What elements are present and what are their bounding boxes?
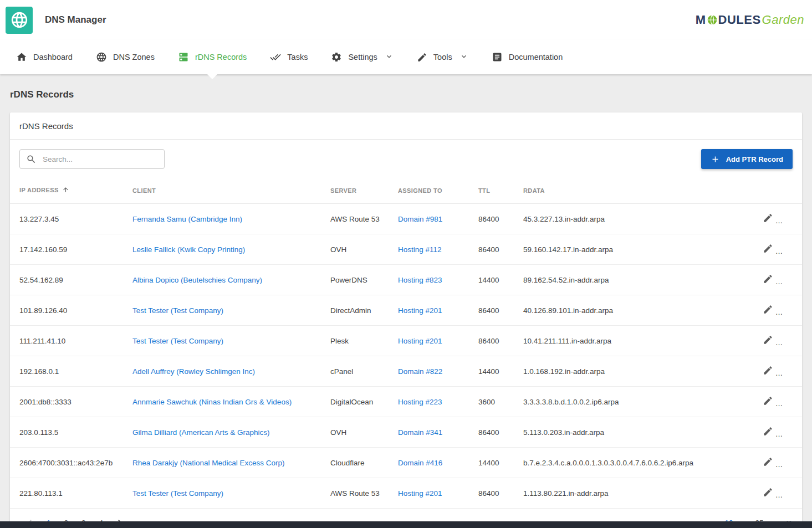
delete-record-icon[interactable] [789, 304, 799, 316]
record-assigned-link[interactable]: Domain #981 [398, 215, 442, 223]
record-client-link[interactable]: Rhea Darakjy (National Medical Excess Co… [132, 459, 285, 467]
edit-record-icon[interactable] [763, 274, 773, 286]
edit-record-icon[interactable] [763, 243, 773, 255]
record-client-link[interactable]: Leslie Fallick (Kwik Copy Printing) [132, 245, 245, 254]
logo-text-garden: Garden [762, 13, 804, 27]
edit-record-icon[interactable] [763, 213, 773, 225]
record-ttl: 14400 [478, 356, 523, 387]
column-header-rdata[interactable]: RDATA [523, 177, 749, 204]
pencil-icon [417, 52, 427, 63]
document-icon [492, 52, 503, 63]
table-row: 221.80.113.1 Test Tester (Test Company) … [10, 478, 802, 509]
nav-label: Tools [433, 53, 452, 61]
nav-label: Documentation [509, 53, 563, 61]
nav-item-tasks[interactable]: Tasks [258, 40, 319, 74]
delete-record-icon[interactable] [789, 274, 799, 286]
record-ip: 192.168.0.1 [10, 356, 132, 387]
record-ip: 221.80.113.1 [10, 478, 132, 509]
record-client-link[interactable]: Albina Dopico (Beutelschies Company) [132, 276, 262, 284]
record-server: AWS Route 53 [330, 478, 398, 509]
sort-asc-icon [62, 188, 69, 194]
edit-record-icon[interactable] [763, 365, 773, 377]
edit-record-icon[interactable] [763, 335, 773, 347]
globe-icon [96, 52, 107, 63]
nav-item-rdns-records[interactable]: rDNS Records [166, 40, 258, 74]
record-server: Cloudflare [330, 448, 398, 478]
record-client-link[interactable]: Gilma Dilliard (American Arts & Graphics… [132, 428, 270, 437]
delete-record-icon[interactable] [789, 426, 799, 438]
footer-bar [0, 521, 812, 528]
nav-label: Dashboard [33, 53, 73, 61]
record-assigned-link[interactable]: Domain #341 [398, 428, 442, 437]
table-row: 111.211.41.10 Test Tester (Test Company)… [10, 326, 802, 356]
edit-record-icon[interactable] [763, 457, 773, 469]
column-header-assigned-to[interactable]: ASSIGNED TO [398, 177, 478, 204]
search-input[interactable] [42, 155, 158, 164]
record-assigned-link[interactable]: Hosting #823 [398, 276, 442, 284]
record-assigned-link[interactable]: Hosting #201 [398, 489, 442, 498]
records-table-body: 13.227.3.45 Fernanda Samu (Cambridge Inn… [10, 204, 802, 509]
record-assigned-link[interactable]: Hosting #201 [398, 337, 442, 345]
rdns-records-card: rDNS Records Add PTR Record IP ADDRESS C… [10, 112, 802, 528]
record-client-link[interactable]: Adell Auffrey (Rowley Schlimgen Inc) [132, 367, 255, 376]
delete-record-icon[interactable] [789, 487, 799, 499]
table-row: 192.168.0.1 Adell Auffrey (Rowley Schlim… [10, 356, 802, 387]
edit-record-icon[interactable] [763, 396, 773, 408]
record-rdata: 1.113.80.221.in-addr.arpa [523, 478, 749, 509]
delete-record-icon[interactable] [789, 365, 799, 377]
delete-record-icon[interactable] [789, 335, 799, 347]
record-server: OVH [330, 417, 398, 448]
page-title: rDNS Records [0, 74, 812, 112]
record-ip: 101.89.126.40 [10, 295, 132, 326]
record-assigned-link[interactable]: Hosting #223 [398, 398, 442, 406]
delete-record-icon[interactable] [789, 213, 799, 225]
record-rdata: 40.126.89.101.in-addr.arpa [523, 295, 749, 326]
edit-record-icon[interactable] [763, 487, 773, 499]
record-assigned-link[interactable]: Domain #822 [398, 367, 442, 376]
record-assigned-link[interactable]: Hosting #112 [398, 245, 442, 254]
nav-item-settings[interactable]: Settings [319, 40, 405, 74]
tasks-icon [270, 52, 281, 63]
record-ip: 111.211.41.10 [10, 326, 132, 356]
edit-record-icon[interactable] [763, 426, 773, 438]
record-rdata: 10.41.211.111.in-addr.arpa [523, 326, 749, 356]
column-header-ttl[interactable]: TTL [478, 177, 523, 204]
record-ttl: 14400 [478, 448, 523, 478]
record-client-link[interactable]: Fernanda Samu (Cambridge Inn) [132, 215, 242, 223]
edit-record-icon[interactable] [763, 304, 773, 316]
record-client-link[interactable]: Test Tester (Test Company) [132, 306, 223, 315]
nav-item-documentation[interactable]: Documentation [480, 40, 575, 74]
record-assigned-link[interactable]: Hosting #201 [398, 306, 442, 315]
nav-label: Settings [348, 53, 377, 61]
column-header-actions [749, 177, 802, 204]
record-client-link[interactable]: Test Tester (Test Company) [132, 489, 223, 498]
record-ip: 2606:4700:3031::ac43:2e7b [10, 448, 132, 478]
column-header-server[interactable]: SERVER [330, 177, 398, 204]
globe-icon [10, 11, 29, 29]
nav-item-tools[interactable]: Tools [405, 40, 480, 74]
table-row: 2606:4700:3031::ac43:2e7b Rhea Darakjy (… [10, 448, 802, 478]
record-assigned-link[interactable]: Domain #416 [398, 459, 442, 467]
record-rdata: 89.162.54.52.in-addr.arpa [523, 265, 749, 295]
logo-text-dules: DULES [718, 13, 761, 27]
record-ttl: 86400 [478, 234, 523, 265]
app-title: DNS Manager [45, 14, 106, 25]
record-client-link[interactable]: Test Tester (Test Company) [132, 337, 223, 345]
table-row: 101.89.126.40 Test Tester (Test Company)… [10, 295, 802, 326]
records-table: IP ADDRESS CLIENT SERVER ASSIGNED TO TTL… [10, 177, 802, 509]
record-server: DigitalOcean [330, 387, 398, 417]
dns-records-icon [178, 52, 189, 63]
nav-item-dns-zones[interactable]: DNS Zones [84, 40, 166, 74]
column-header-ip-address[interactable]: IP ADDRESS [10, 177, 132, 204]
add-ptr-record-button[interactable]: Add PTR Record [701, 149, 793, 169]
record-client-link[interactable]: Annmarie Sawchuk (Ninas Indian Grs & Vid… [132, 398, 292, 406]
delete-record-icon[interactable] [789, 243, 799, 255]
record-ttl: 86400 [478, 326, 523, 356]
record-ttl: 86400 [478, 478, 523, 509]
record-rdata: 45.3.227.13.in-addr.arpa [523, 204, 749, 234]
nav-item-dashboard[interactable]: Dashboard [4, 40, 84, 74]
column-header-client[interactable]: CLIENT [132, 177, 330, 204]
home-icon [16, 52, 27, 63]
delete-record-icon[interactable] [789, 457, 799, 469]
delete-record-icon[interactable] [789, 396, 799, 408]
